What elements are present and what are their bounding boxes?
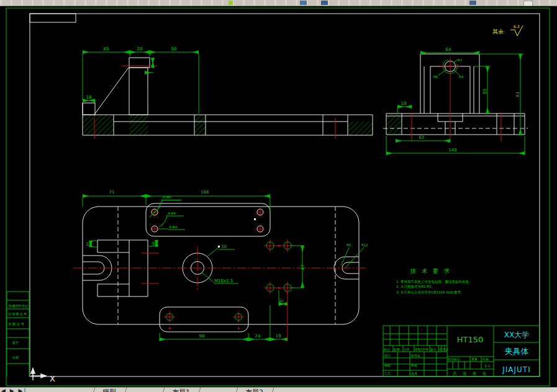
label-hole-pattern-4b: 4-Φ4 xyxy=(169,225,178,229)
drawing-canvas: 借(通)用件登记 旧底图总号 底图总号 签字 日期 其余 6.3 xyxy=(0,0,557,392)
sheet-note: 共 张 第 张 xyxy=(453,371,489,376)
stage-header: 比例 xyxy=(482,357,489,362)
label-r6: R6 xyxy=(346,243,351,247)
sheet-frame xyxy=(6,8,550,386)
tech-req-title: 技 术 要 求 xyxy=(410,268,451,274)
layout-tab-bar: ◀ ▶ ▶| 模型 布局1 布局2 xyxy=(0,387,557,392)
tab-nav-arrows[interactable]: ◀ ▶ ▶| xyxy=(1,388,27,392)
dim-19: 19 xyxy=(401,101,407,106)
title-block: HT150 XX大学 夹具体 JIAJUTI 标记 处数 分区 更改文件号 签名… xyxy=(383,326,540,376)
dim-18: 18 xyxy=(86,95,92,100)
dim-81: 81 xyxy=(515,92,520,97)
tech-req-item: 2. 未注圆角均为R2-R3。 xyxy=(396,285,435,289)
part-name-label: 夹具体 xyxy=(505,347,529,356)
dim-85: 85 xyxy=(104,47,109,51)
surface-roughness-note: 其余 6.3 xyxy=(492,24,523,36)
dim-19: 19 xyxy=(276,334,281,339)
role-label: 工艺 xyxy=(384,372,391,375)
role-label: 批准 xyxy=(411,372,417,376)
tab-layout2[interactable]: 布局2 xyxy=(235,388,274,392)
dim-186: 186 xyxy=(201,190,209,195)
dim-24: 24 xyxy=(255,334,261,339)
label-hole-pattern-6: 6-M6 xyxy=(163,195,171,199)
dim-20: 20 xyxy=(137,47,143,51)
surface-note-label: 其余 xyxy=(492,29,504,35)
tech-requirements: 技 术 要 求 1. 零件加工表面上不应有划痕、擦伤等损坏表面。 2. 未注圆角… xyxy=(396,268,473,295)
dim-71: 71 xyxy=(109,190,115,195)
dim-62: 62 xyxy=(419,135,425,140)
stage-header: 重量 xyxy=(471,357,478,361)
margin-row-label: 日期 xyxy=(12,355,19,360)
dim-10-left: 10 xyxy=(86,242,89,246)
margin-row-label: 借(通)用件登记 xyxy=(7,304,28,308)
label-r4: R4 xyxy=(459,75,464,79)
rev-header: 日 xyxy=(445,347,448,352)
side-view: 64 19 62 140 55 81 R7 R6 R4 xyxy=(383,47,528,155)
dim-10-block: 10 xyxy=(152,241,155,246)
dim-98: 98 xyxy=(199,334,205,339)
rev-header: 分区 xyxy=(404,347,410,351)
stage-header: 阶段标记 xyxy=(448,357,460,362)
ucs-icon: X xyxy=(31,368,55,383)
cad-window: 借(通)用件登记 旧底图总号 底图总号 签字 日期 其余 6.3 xyxy=(0,0,557,392)
margin-table: 借(通)用件登记 旧底图总号 底图总号 签字 日期 xyxy=(7,292,29,376)
tab-layout1[interactable]: 布局1 xyxy=(161,388,201,392)
tab-layout2-label: 布局2 xyxy=(245,388,263,392)
role-label: 标准化 xyxy=(410,354,420,358)
margin-row-label: 旧底图总号 xyxy=(8,312,27,316)
tab-layout1-label: 布局1 xyxy=(172,388,190,392)
role-label: 校核 xyxy=(384,363,391,367)
rev-header: 标记 xyxy=(383,347,390,352)
tech-req-item: 1. 零件加工表面上不应有划痕、擦伤等损坏表面。 xyxy=(396,280,473,284)
tech-req-item: 3. 未注形位公差应符合GB1184-80的要求。 xyxy=(396,290,464,295)
dim-50: 50 xyxy=(171,47,177,51)
front-view: 85 20 50 18 xyxy=(83,47,373,139)
scale-value: 1:1 xyxy=(484,363,491,368)
material-label: HT150 xyxy=(457,335,484,344)
dim-64: 64 xyxy=(446,47,451,52)
ucs-x-axis-label: X xyxy=(50,374,55,383)
label-bore-30: 30 xyxy=(221,244,227,249)
dim-55: 55 xyxy=(482,89,487,94)
label-r7: R7 xyxy=(458,58,463,62)
dim-140: 140 xyxy=(448,148,456,153)
dim-10-holes: 10 xyxy=(279,299,284,303)
organization-label: XX大学 xyxy=(504,331,529,339)
surface-roughness-value: 6.3 xyxy=(514,24,520,29)
rev-header: 处数 xyxy=(394,347,400,352)
label-thread-m10: M10x1.5 xyxy=(214,278,233,283)
label-r12: R12 xyxy=(361,243,368,247)
rev-header: 签名 xyxy=(430,347,437,352)
label-r6: R6 xyxy=(433,75,438,79)
plan-view: 71 186 47 10 10 10 98 24 19 6-M6 4-Φ6 4-… xyxy=(73,190,368,341)
label-hole-pattern-4a: 4-Φ6 xyxy=(168,212,176,215)
drawing-code-label: JIAJUTI xyxy=(502,365,530,374)
margin-row-label: 底图总号 xyxy=(8,322,24,326)
margin-row-label: 签字 xyxy=(12,341,19,345)
role-label: 设计 xyxy=(384,354,391,357)
tab-model-label: 模型 xyxy=(102,388,116,392)
rev-header: 更改文件号 xyxy=(415,347,428,351)
role-label: 审核 xyxy=(411,363,417,367)
dim-47: 47 xyxy=(301,265,306,270)
tab-model[interactable]: 模型 xyxy=(92,388,127,392)
